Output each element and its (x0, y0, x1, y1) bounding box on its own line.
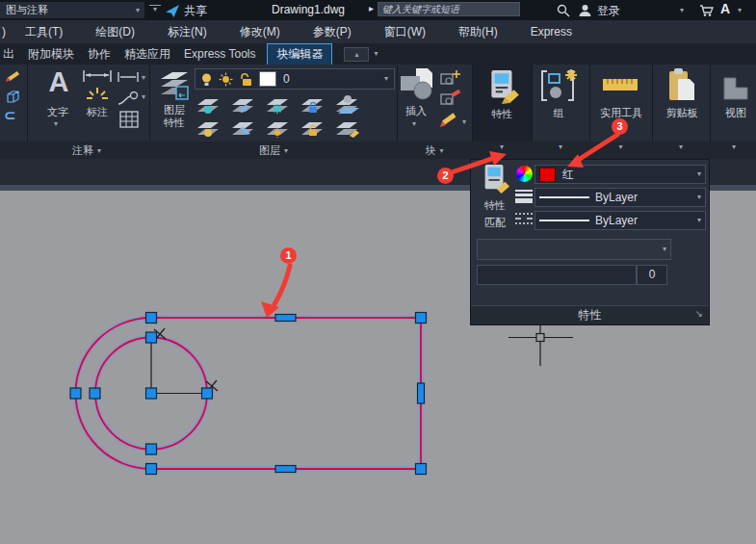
transparency-value-box[interactable]: 0 (637, 265, 667, 285)
lineweight-dropdown[interactable]: ByLayer (534, 188, 706, 207)
dialog-launcher-icon[interactable]: ↘ (695, 305, 703, 323)
plot-style-dropdown-icon[interactable] (663, 246, 666, 253)
lineweight-dropdown-icon[interactable] (697, 194, 701, 201)
linetype-value: ByLayer (595, 214, 638, 227)
linetype-icon[interactable] (515, 213, 533, 224)
step-badge-3: 3 (612, 118, 628, 135)
red-color-swatch (539, 168, 556, 182)
grip-vertex-bottom-right[interactable] (416, 464, 427, 475)
step-badge-2: 2 (437, 168, 454, 184)
grip-vertex-top-right[interactable] (416, 313, 427, 324)
lineweight-preview (539, 196, 589, 198)
transparency-slider-field[interactable] (477, 265, 637, 285)
properties-flyout-panel: 特性 匹配 红 ByLayer ByLayer (470, 159, 710, 325)
linetype-dropdown-icon[interactable] (697, 217, 701, 224)
grip-circle-left-quadrant[interactable] (90, 388, 100, 399)
grip-vertex-bottom-left[interactable] (146, 464, 157, 475)
crosshair-cursor (508, 321, 573, 366)
flyout-footer-title: 特性 (579, 308, 602, 322)
grip-mid-right-edge[interactable] (418, 383, 425, 403)
grip-vertex-top-left[interactable] (146, 313, 157, 324)
grip-circle-bottom-quadrant[interactable] (146, 444, 157, 454)
selection-grips[interactable] (70, 313, 427, 475)
color-dropdown-icon[interactable] (697, 170, 701, 178)
match-properties-icon (480, 163, 510, 195)
lineweight-icon[interactable] (515, 190, 533, 203)
lineweight-value: ByLayer (595, 191, 638, 204)
grip-mid-top-edge[interactable] (275, 315, 296, 322)
linetype-preview (539, 220, 589, 221)
autocad-window: 图与注释 共享 Drawing1.dwg ▸ 登录 A (0, 0, 756, 544)
step-badge-1: 1 (280, 247, 297, 264)
linetype-dropdown[interactable]: ByLayer (534, 211, 706, 230)
plot-style-dropdown[interactable] (477, 239, 671, 260)
grip-circle-center[interactable] (146, 388, 157, 399)
color-wheel-icon[interactable] (516, 166, 533, 182)
match-properties-button[interactable]: 特性 匹配 (474, 163, 516, 234)
grip-circle-right-quadrant[interactable] (202, 388, 213, 399)
object-color-dropdown[interactable]: 红 (534, 165, 706, 184)
grip-arc-midpoint[interactable] (70, 388, 81, 399)
flyout-footer: 特性 ↘ (471, 305, 709, 324)
grip-circle-top-quadrant[interactable] (146, 332, 157, 343)
color-value: 红 (562, 167, 574, 183)
grip-mid-bottom-edge[interactable] (275, 466, 296, 473)
